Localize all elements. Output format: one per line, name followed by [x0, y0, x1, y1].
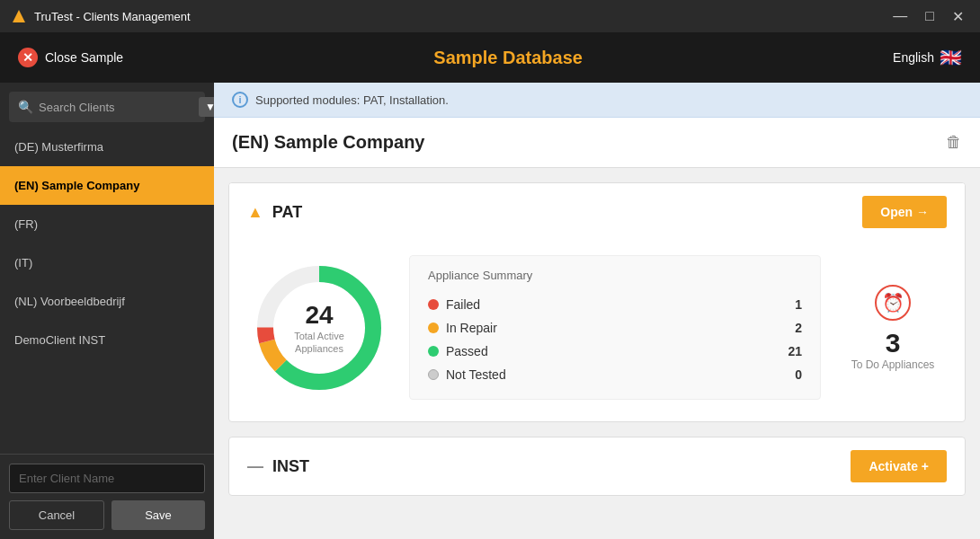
new-client-input[interactable] [9, 464, 205, 493]
database-title: Sample Database [433, 48, 583, 68]
language-label: English [893, 50, 934, 65]
inst-module-card: — INST Activate + [228, 437, 966, 496]
sidebar-item-de[interactable]: (DE) Musterfirma [0, 128, 214, 166]
label-inrepair: In Repair [446, 321, 497, 335]
inst-module-name: INST [272, 457, 309, 476]
count-inrepair: 2 [795, 321, 802, 335]
summary-row-nottested: Not Tested 0 [428, 363, 802, 386]
todo-label: To Do Appliances [851, 358, 935, 371]
pat-module-name: PAT [272, 203, 302, 222]
donut-total: 24 [294, 300, 344, 329]
close-icon: ✕ [18, 48, 38, 67]
main-layout: 🔍 ▼ (DE) Musterfirma (EN) Sample Company… [0, 83, 980, 539]
dot-passed [428, 346, 439, 357]
save-button[interactable]: Save [111, 500, 205, 530]
sidebar-item-it[interactable]: (IT) [0, 243, 214, 282]
pat-open-button[interactable]: Open → [862, 196, 947, 228]
flag-icon: 🇬🇧 [940, 47, 962, 68]
dot-nottested [428, 369, 439, 380]
title-bar-text: TruTest - Clients Management [34, 10, 191, 23]
cancel-button[interactable]: Cancel [9, 500, 104, 530]
count-nottested: 0 [795, 367, 802, 382]
pat-module-card: ▲ PAT Open → [228, 182, 966, 422]
appliance-summary: Appliance Summary Failed 1 In Repair [409, 255, 821, 400]
svg-marker-0 [13, 10, 25, 22]
inst-activate-button[interactable]: Activate + [851, 450, 947, 482]
dot-inrepair [428, 323, 439, 333]
label-passed: Passed [446, 344, 488, 358]
info-icon: i [232, 92, 248, 108]
donut-center: 24 Total Active Appliances [294, 300, 344, 355]
dot-failed [428, 299, 439, 310]
delete-button[interactable]: 🗑 [946, 133, 962, 152]
client-list: (DE) Musterfirma (EN) Sample Company (FR… [0, 128, 214, 454]
appliance-summary-title: Appliance Summary [428, 269, 802, 282]
top-bar: ✕ Close Sample Sample Database English 🇬… [0, 32, 980, 83]
close-sample-button[interactable]: ✕ Close Sample [18, 48, 123, 67]
summary-row-failed: Failed 1 [428, 293, 802, 316]
search-input[interactable] [39, 101, 190, 114]
clock-icon: ⏰ [875, 285, 911, 321]
pat-module-header: ▲ PAT Open → [229, 183, 965, 241]
todo-section: ⏰ 3 To Do Appliances [839, 276, 947, 380]
sidebar-item-nl[interactable]: (NL) Voorbeeldbedrijf [0, 282, 214, 321]
count-failed: 1 [795, 297, 802, 312]
sidebar-item-en[interactable]: (EN) Sample Company [0, 166, 214, 205]
donut-label: Total Active Appliances [294, 329, 344, 355]
inst-module-header: — INST Activate + [229, 437, 965, 495]
minimize-button[interactable]: — [887, 6, 913, 26]
sidebar-bottom: Cancel Save [0, 454, 214, 539]
content-area: i Supported modules: PAT, Installation. … [214, 83, 980, 539]
pat-module-body: 24 Total Active Appliances Appliance Sum… [229, 241, 965, 421]
info-text: Supported modules: PAT, Installation. [255, 93, 449, 107]
pat-collapse-icon[interactable]: ▲ [247, 203, 263, 222]
window-close-button[interactable]: ✕ [947, 6, 969, 27]
todo-number: 3 [886, 328, 901, 358]
summary-row-inrepair: In Repair 2 [428, 316, 802, 340]
summary-row-passed: Passed 21 [428, 340, 802, 363]
maximize-button[interactable]: □ [920, 6, 940, 26]
sidebar: 🔍 ▼ (DE) Musterfirma (EN) Sample Company… [0, 83, 214, 539]
search-icon: 🔍 [18, 100, 33, 114]
company-title: (EN) Sample Company [232, 132, 424, 153]
close-sample-label: Close Sample [45, 50, 123, 65]
label-nottested: Not Tested [446, 367, 506, 382]
language-area: English 🇬🇧 [893, 47, 962, 68]
sidebar-item-fr[interactable]: (FR) [0, 205, 214, 243]
count-passed: 21 [788, 344, 802, 358]
info-banner: i Supported modules: PAT, Installation. [214, 83, 980, 118]
donut-chart: 24 Total Active Appliances [247, 256, 391, 400]
label-failed: Failed [446, 297, 480, 312]
search-bar: 🔍 ▼ [9, 92, 205, 122]
company-header: (EN) Sample Company 🗑 [214, 118, 980, 168]
inst-collapse-icon[interactable]: — [247, 457, 263, 476]
title-bar: TruTest - Clients Management — □ ✕ [0, 0, 980, 32]
app-icon [11, 8, 27, 24]
sidebar-item-demo[interactable]: DemoClient INST [0, 321, 214, 359]
